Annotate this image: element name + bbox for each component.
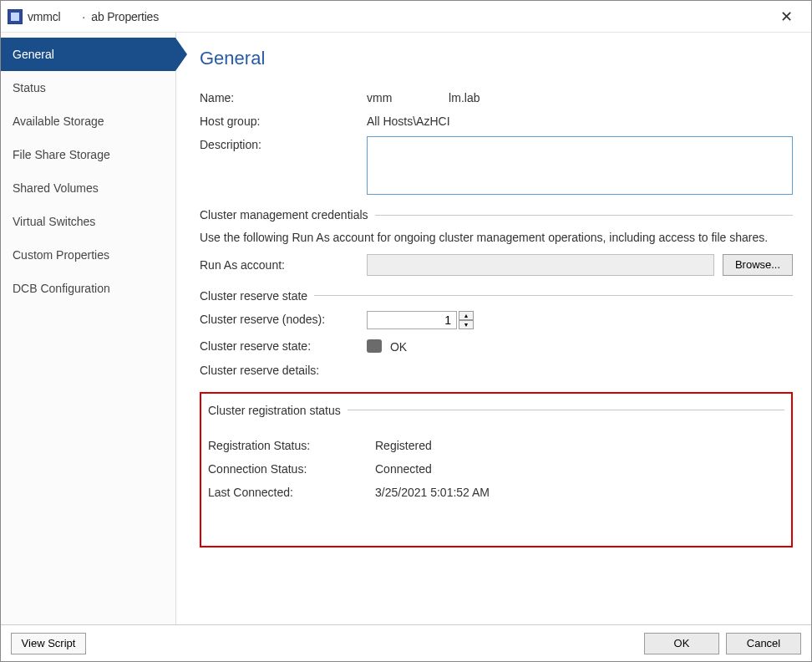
sidebar-item-label: File Share Storage: [13, 148, 110, 161]
view-script-button[interactable]: View Script: [11, 633, 86, 654]
reserve-nodes-input[interactable]: [367, 311, 457, 329]
main-panel: General Name: vmm lm.lab Host group: All…: [176, 33, 811, 624]
sidebar: General Status Available Storage File Sh…: [1, 33, 176, 624]
title-bar: vmmcl · ab Properties ✕: [1, 1, 811, 33]
sidebar-item-dcb-configuration[interactable]: DCB Configuration: [1, 272, 175, 305]
window-title: vmmcl · ab Properties: [28, 10, 159, 23]
hostgroup-label: Host group:: [200, 113, 367, 128]
sidebar-item-label: Virtual Switches: [13, 215, 95, 228]
reg-last-label: Last Connected:: [208, 484, 375, 499]
registration-highlight-box: Cluster registration status Registration…: [200, 392, 793, 547]
name-label: Name:: [200, 89, 367, 104]
sidebar-item-available-storage[interactable]: Available Storage: [1, 104, 175, 138]
page-title: General: [200, 48, 793, 69]
hostgroup-value: All Hosts\AzHCI: [367, 113, 450, 128]
sidebar-item-label: Shared Volumes: [13, 181, 99, 195]
reg-status-label: Registration Status:: [208, 437, 375, 452]
sidebar-item-label: Available Storage: [13, 115, 104, 128]
browse-button[interactable]: Browse...: [723, 254, 793, 276]
sidebar-item-label: General: [13, 48, 54, 61]
reg-status-value: Registered: [375, 437, 432, 452]
sidebar-item-status[interactable]: Status: [1, 71, 175, 104]
reg-conn-value: Connected: [375, 461, 432, 476]
reg-conn-label: Connection Status:: [208, 461, 375, 476]
reserve-state-label: Cluster reserve state:: [200, 338, 367, 353]
description-label: Description:: [200, 136, 367, 151]
sidebar-item-shared-volumes[interactable]: Shared Volumes: [1, 171, 175, 205]
reg-last-value: 3/25/2021 5:01:52 AM: [375, 484, 490, 499]
sidebar-item-label: Status: [13, 81, 46, 94]
runas-label: Run As account:: [200, 258, 367, 272]
runas-input[interactable]: [367, 254, 714, 276]
spinner-up-button[interactable]: ▲: [459, 311, 474, 320]
cluster-icon: [367, 339, 382, 353]
spinner-down-button[interactable]: ▼: [459, 320, 474, 329]
close-button[interactable]: ✕: [768, 4, 804, 29]
sidebar-item-file-share-storage[interactable]: File Share Storage: [1, 138, 175, 171]
ok-button[interactable]: OK: [644, 633, 719, 654]
reserve-state-value: OK: [367, 338, 407, 354]
description-input[interactable]: [367, 136, 793, 195]
section-registration: Cluster registration status: [208, 404, 784, 417]
reserve-nodes-label: Cluster reserve (nodes):: [200, 311, 367, 326]
sidebar-item-custom-properties[interactable]: Custom Properties: [1, 238, 175, 272]
sidebar-item-virtual-switches[interactable]: Virtual Switches: [1, 205, 175, 238]
section-credentials: Cluster management credentials: [200, 208, 793, 222]
cancel-button[interactable]: Cancel: [726, 633, 801, 654]
app-icon: [8, 9, 23, 24]
reserve-details-label: Cluster reserve details:: [200, 362, 367, 377]
section-reserve: Cluster reserve state: [200, 289, 793, 303]
sidebar-item-label: Custom Properties: [13, 248, 109, 262]
sidebar-item-general[interactable]: General: [1, 38, 175, 71]
sidebar-item-label: DCB Configuration: [13, 282, 110, 295]
name-value: vmm lm.lab: [367, 89, 480, 104]
dialog-footer: View Script OK Cancel: [1, 624, 811, 661]
credentials-helper: Use the following Run As account for ong…: [200, 230, 793, 246]
